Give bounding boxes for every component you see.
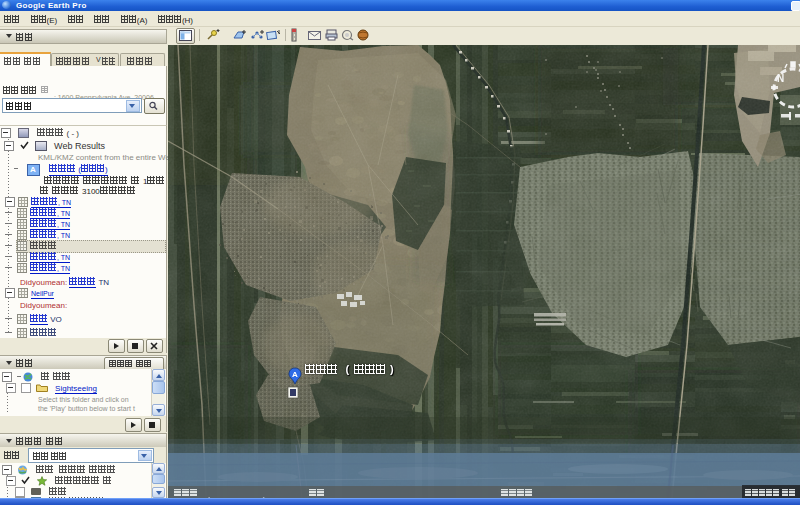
svg-text:A: A xyxy=(292,370,298,379)
svg-text:N: N xyxy=(777,73,784,84)
